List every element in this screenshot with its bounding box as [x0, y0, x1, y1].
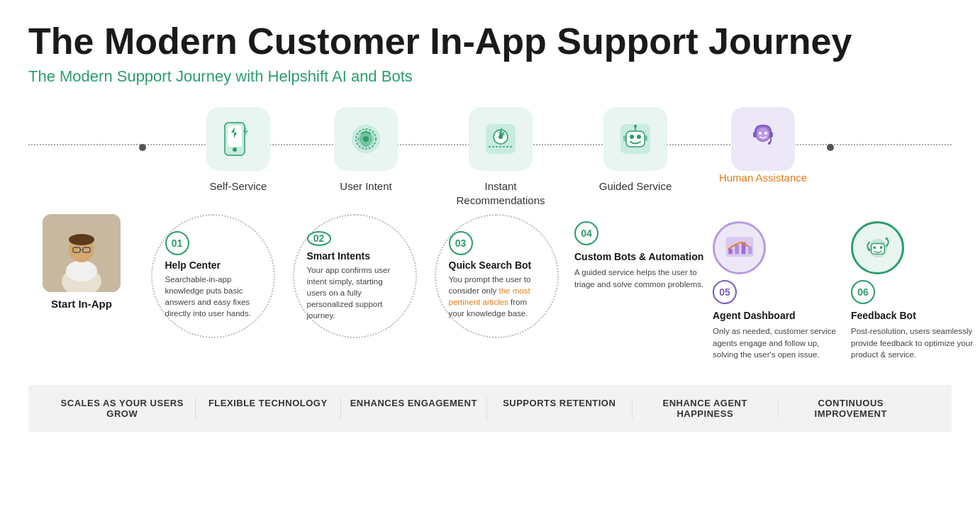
feedback-bot-svg	[860, 230, 896, 266]
svg-point-22	[634, 125, 637, 128]
guided-service-label: Guided Service	[599, 179, 672, 194]
sub-title: The Modern Support Journey with Helpshif…	[28, 67, 952, 86]
self-service-icon	[219, 120, 257, 158]
step-02-title: Smart Intents	[307, 250, 370, 262]
step-04-desc: A guided service helps the user to triag…	[574, 267, 706, 290]
svg-point-34	[66, 260, 97, 281]
detail-03: 03 Quick Search Bot You prompt the user …	[425, 214, 567, 361]
bottom-item-4: ENHANCE AGENT HAPPINESS	[633, 398, 779, 419]
human-assistance-label: Human Assistance	[719, 171, 807, 185]
step-06-badge: 06	[851, 280, 875, 304]
svg-point-48	[879, 246, 882, 249]
step-06-desc: Post-resolution, users seamlessly provid…	[851, 325, 975, 361]
main-detail-row: Start In-App 01 Help Center Searchable-i…	[28, 214, 952, 368]
svg-rect-18	[626, 131, 645, 147]
start-photo	[43, 214, 121, 292]
human-assistance-icon	[744, 120, 782, 158]
step-01-title: Help Center	[165, 259, 221, 271]
svg-point-3	[233, 147, 237, 152]
main-title: The Modern Customer In-App Support Journ…	[28, 21, 952, 62]
bottom-item-3: SUPPORTS RETENTION	[487, 398, 633, 419]
svg-point-20	[637, 135, 641, 139]
svg-rect-24	[645, 135, 647, 141]
guided-service-icon-box	[603, 107, 667, 171]
svg-point-31	[768, 142, 771, 145]
person-illustration	[43, 214, 121, 292]
start-dot	[139, 107, 174, 151]
detail-03-circle: 03 Quick Search Bot You prompt the user …	[435, 214, 559, 338]
step-04-title: Custom Bots & Automation	[574, 251, 703, 263]
start-label: Start In-App	[51, 298, 112, 310]
journey-step-human-assistance: Human Assistance	[699, 107, 827, 185]
svg-point-7	[363, 136, 369, 142]
step-03-title: Quick Search Bot	[449, 259, 532, 271]
step-05-title: Agent Dashboard	[713, 310, 796, 322]
human-assistance-icon-box	[731, 107, 795, 171]
journey-row: Self-Service User Intent	[28, 107, 952, 207]
end-dot	[827, 107, 862, 151]
step-05-badge: 05	[713, 280, 737, 304]
journey-step-user-intent: User Intent	[302, 107, 430, 194]
svg-point-28	[764, 132, 767, 135]
svg-rect-23	[623, 135, 626, 141]
detail-02-circle: 02 Smart Intents Your app confirms user …	[293, 214, 417, 338]
feedback-bot-icon	[851, 221, 904, 274]
self-service-icon-box	[206, 107, 270, 171]
svg-point-27	[759, 132, 762, 135]
detail-01: 01 Help Center Searchable-in-app knowled…	[142, 214, 284, 361]
svg-rect-42	[735, 245, 739, 254]
svg-point-47	[873, 246, 876, 249]
detail-04: 04 Custom Bots & Automation A guided ser…	[567, 214, 706, 361]
guided-service-icon	[616, 120, 655, 158]
bottom-item-0: SCALES AS YOUR USERS GROW	[57, 398, 196, 419]
svg-rect-44	[748, 246, 752, 254]
detail-01-circle: 01 Help Center Searchable-in-app knowled…	[151, 214, 275, 338]
step-02-badge: 02	[307, 231, 331, 246]
instant-rec-label: InstantRecommendations	[456, 179, 545, 207]
svg-rect-29	[753, 132, 757, 138]
self-service-label: Self-Service	[210, 179, 267, 194]
step-04-badge: 04	[574, 221, 598, 245]
svg-rect-41	[728, 249, 733, 254]
journey-step-guided-service: Guided Service	[572, 107, 699, 194]
detail-06: 06 Feedback Bot Post-resolution, users s…	[844, 214, 975, 361]
step-01-badge: 01	[165, 231, 189, 255]
step-01-desc: Searchable-in-app knowledge puts basic a…	[165, 274, 261, 319]
detail-05: 05 Agent Dashboard Only as needed, custo…	[706, 214, 844, 361]
step-02-desc: Your app confirms user intent simply, st…	[307, 264, 403, 321]
user-intent-icon	[347, 120, 385, 158]
bottom-item-2: ENHANCES ENGAGEMENT	[341, 398, 487, 419]
svg-point-19	[630, 135, 634, 139]
journey-step-self-service: Self-Service	[174, 107, 302, 194]
user-intent-icon-box	[334, 107, 398, 171]
instant-rec-icon-box	[469, 107, 533, 171]
agent-dashboard-icon	[713, 221, 766, 274]
step-03-desc: You prompt the user to consider only the…	[449, 274, 545, 319]
svg-point-26	[757, 128, 769, 140]
step-05-desc: Only as needed, customer service agents …	[713, 325, 844, 361]
detail-items: 01 Help Center Searchable-in-app knowled…	[142, 214, 975, 361]
svg-point-36	[69, 234, 94, 245]
agent-dashboard-svg	[722, 230, 757, 266]
step-06-title: Feedback Bot	[851, 310, 916, 322]
step-03-badge: 03	[449, 231, 473, 255]
bottom-bar: SCALES AS YOUR USERS GROW FLEXIBLE TECHN…	[28, 385, 952, 432]
start-block: Start In-App	[28, 214, 135, 310]
journey-step-instant-rec: InstantRecommendations	[430, 107, 572, 207]
instant-rec-icon	[481, 120, 520, 158]
bottom-item-1: FLEXIBLE TECHNOLOGY	[196, 398, 342, 419]
user-intent-label: User Intent	[340, 179, 391, 194]
bottom-item-5: CONTINUOUS IMPROVEMENT	[779, 398, 924, 419]
detail-02: 02 Smart Intents Your app confirms user …	[284, 214, 425, 361]
page-wrapper: The Modern Customer In-App Support Journ…	[0, 0, 980, 432]
